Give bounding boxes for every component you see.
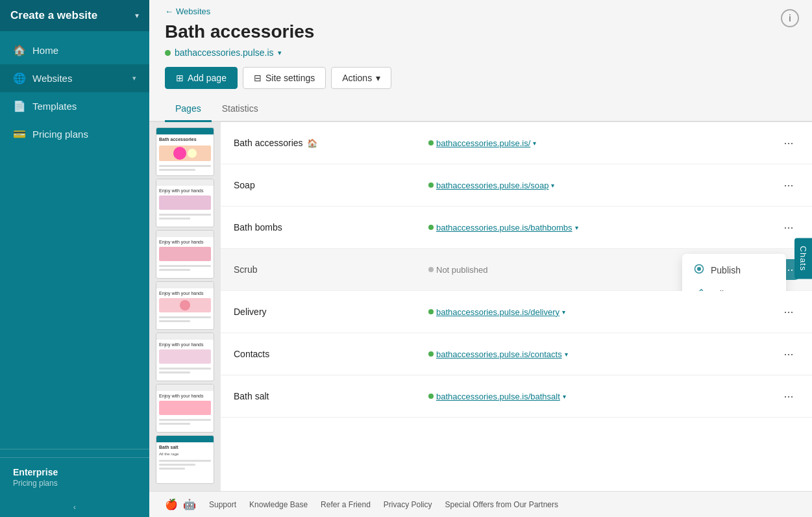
actions-caret-icon: ▾ bbox=[376, 73, 380, 83]
site-settings-button[interactable]: ⊟ Site settings bbox=[243, 67, 326, 89]
sidebar-footer: Enterprise Pricing plans bbox=[0, 457, 149, 497]
site-url-caret-icon[interactable]: ▾ bbox=[278, 49, 282, 57]
sidebar-item-templates-label: Templates bbox=[32, 101, 136, 112]
page-row: Bath accessories 🏠 bathaccessories.pulse… bbox=[221, 122, 812, 164]
sidebar-item-home-label: Home bbox=[32, 45, 136, 56]
page-url-caret-icon[interactable]: ▾ bbox=[575, 224, 578, 231]
page-url-caret-icon[interactable]: ▾ bbox=[551, 182, 554, 189]
apple-icon[interactable]: 🍎 bbox=[165, 498, 178, 511]
page-name: Soap bbox=[234, 180, 428, 190]
footer-refer-link[interactable]: Refer a Friend bbox=[321, 500, 371, 509]
footer-support-link[interactable]: Support bbox=[209, 500, 236, 509]
tabs-bar: Pages Statistics bbox=[149, 97, 812, 122]
info-icon-button[interactable]: i bbox=[781, 9, 799, 27]
footer-special-offers-link[interactable]: Special Offers from Our Partners bbox=[445, 500, 559, 509]
site-url-row: bathaccessories.pulse.is ▾ bbox=[165, 47, 796, 58]
sidebar-item-websites-label: Websites bbox=[32, 73, 126, 84]
info-icon-label: i bbox=[789, 13, 791, 23]
add-page-label: Add page bbox=[188, 73, 227, 83]
page-url-link[interactable]: bathaccessories.pulse.is/ bbox=[436, 138, 530, 148]
published-dot bbox=[428, 309, 434, 314]
sidebar-collapse-button[interactable]: ‹ bbox=[0, 497, 149, 517]
page-more-button[interactable]: ··· bbox=[778, 344, 799, 364]
page-more-button[interactable]: ··· bbox=[778, 217, 799, 238]
chats-label: Chats bbox=[798, 246, 808, 271]
thumbnail-item[interactable]: Enjoy with your hands bbox=[156, 179, 214, 227]
published-dot bbox=[428, 351, 434, 357]
create-website-label: Create a website bbox=[10, 9, 97, 22]
sidebar-item-home[interactable]: 🏠 Home bbox=[0, 36, 149, 64]
sidebar-item-templates[interactable]: 📄 Templates bbox=[0, 92, 149, 120]
page-url-col: bathaccessories.pulse.is/ ▾ bbox=[428, 138, 778, 148]
sidebar-item-pricing[interactable]: 💳 Pricing plans bbox=[0, 120, 149, 148]
not-published-dot bbox=[428, 267, 434, 272]
page-url-col: bathaccessories.pulse.is/bathbombs ▾ bbox=[428, 223, 778, 233]
page-url-link[interactable]: bathaccessories.pulse.is/bathbombs bbox=[436, 223, 572, 233]
page-name: Bath bombs bbox=[234, 222, 428, 233]
create-website-button[interactable]: Create a website ▾ bbox=[0, 0, 149, 31]
page-url-caret-icon[interactable]: ▾ bbox=[533, 140, 536, 147]
thumbnail-item[interactable]: Bath accessories bbox=[156, 127, 214, 176]
tab-pages[interactable]: Pages bbox=[165, 97, 212, 122]
thumbnail-item[interactable]: Enjoy with your hands bbox=[156, 333, 214, 381]
page-more-button[interactable]: ··· bbox=[778, 175, 799, 195]
thumbnail-item[interactable]: Bath salt All the rage bbox=[156, 435, 214, 484]
page-url-link[interactable]: bathaccessories.pulse.is/soap bbox=[436, 181, 548, 190]
sidebar-nav: 🏠 Home 🌐 Websites ▾ 📄 Templates 💳 Pricin… bbox=[0, 31, 149, 441]
site-settings-label: Site settings bbox=[265, 73, 315, 83]
thumbnail-item[interactable]: Enjoy with your hands bbox=[156, 384, 214, 433]
collapse-icon: ‹ bbox=[73, 502, 76, 512]
page-name: Bath salt bbox=[234, 391, 428, 401]
page-name-label: Bath salt bbox=[234, 391, 269, 401]
sidebar-divider bbox=[0, 449, 149, 449]
actions-label: Actions bbox=[342, 73, 372, 83]
create-website-arrow: ▾ bbox=[135, 11, 139, 20]
page-url-link[interactable]: bathaccessories.pulse.is/delivery bbox=[436, 307, 560, 317]
add-page-button[interactable]: ⊞ Add page bbox=[165, 67, 238, 89]
page-url-caret-icon[interactable]: ▾ bbox=[562, 309, 565, 316]
footer-privacy-link[interactable]: Privacy Policy bbox=[384, 500, 432, 509]
chats-tab[interactable]: Chats bbox=[794, 238, 812, 279]
not-published-label: Not published bbox=[436, 265, 488, 275]
thumbnail-item[interactable]: Enjoy with your hands bbox=[156, 230, 214, 279]
published-dot bbox=[428, 394, 434, 399]
home-icon: 🏠 bbox=[13, 44, 26, 57]
page-url-caret-icon[interactable]: ▾ bbox=[563, 393, 566, 400]
tab-statistics[interactable]: Statistics bbox=[212, 97, 269, 122]
page-more-button[interactable]: ··· bbox=[778, 301, 799, 322]
actions-button[interactable]: Actions ▾ bbox=[331, 67, 391, 89]
breadcrumb-arrow-icon: ← bbox=[165, 6, 173, 16]
page-more-button[interactable]: ··· bbox=[778, 132, 799, 153]
android-icon[interactable]: 🤖 bbox=[183, 498, 196, 511]
context-menu-publish[interactable]: Publish bbox=[682, 258, 786, 282]
page-name-label: Delivery bbox=[234, 307, 267, 317]
page-url-caret-icon[interactable]: ▾ bbox=[565, 351, 568, 358]
page-thumbnails: Bath accessories bbox=[149, 122, 221, 491]
home-page-icon: 🏠 bbox=[307, 138, 317, 148]
page-name: Bath accessories 🏠 bbox=[234, 138, 428, 148]
add-page-plus-icon: ⊞ bbox=[176, 73, 184, 83]
page-url-col: bathaccessories.pulse.is/delivery ▾ bbox=[428, 307, 778, 317]
page-row: Bath bombs bathaccessories.pulse.is/bath… bbox=[221, 207, 812, 249]
site-status-dot bbox=[165, 50, 171, 56]
page-row: Delivery bathaccessories.pulse.is/delive… bbox=[221, 291, 812, 333]
svg-point-1 bbox=[697, 267, 701, 271]
page-url-link[interactable]: bathaccessories.pulse.is/contacts bbox=[436, 349, 562, 359]
pricing-icon: 💳 bbox=[13, 128, 26, 140]
tab-statistics-label: Statistics bbox=[222, 103, 258, 114]
page-name: Scrub bbox=[234, 264, 428, 275]
templates-icon: 📄 bbox=[13, 100, 26, 112]
page-url-link[interactable]: bathaccessories.pulse.is/bathsalt bbox=[436, 392, 560, 401]
site-url-link[interactable]: bathaccessories.pulse.is bbox=[175, 47, 274, 58]
published-dot bbox=[428, 140, 434, 145]
page-row: Soap bathaccessories.pulse.is/soap ▾ ··· bbox=[221, 164, 812, 207]
toolbar: ⊞ Add page ⊟ Site settings Actions ▾ bbox=[165, 67, 796, 89]
breadcrumb[interactable]: ← Websites bbox=[165, 6, 796, 16]
site-settings-icon: ⊟ bbox=[254, 73, 262, 83]
page-more-button[interactable]: ··· bbox=[778, 386, 799, 407]
footer-knowledge-base-link[interactable]: Knowledge Base bbox=[249, 500, 308, 509]
thumbnail-item[interactable]: Enjoy with your hands bbox=[156, 281, 214, 330]
sidebar-item-websites[interactable]: 🌐 Websites ▾ bbox=[0, 64, 149, 92]
footer-platform-icons: 🍎 🤖 bbox=[165, 498, 196, 511]
publish-icon bbox=[694, 264, 704, 276]
